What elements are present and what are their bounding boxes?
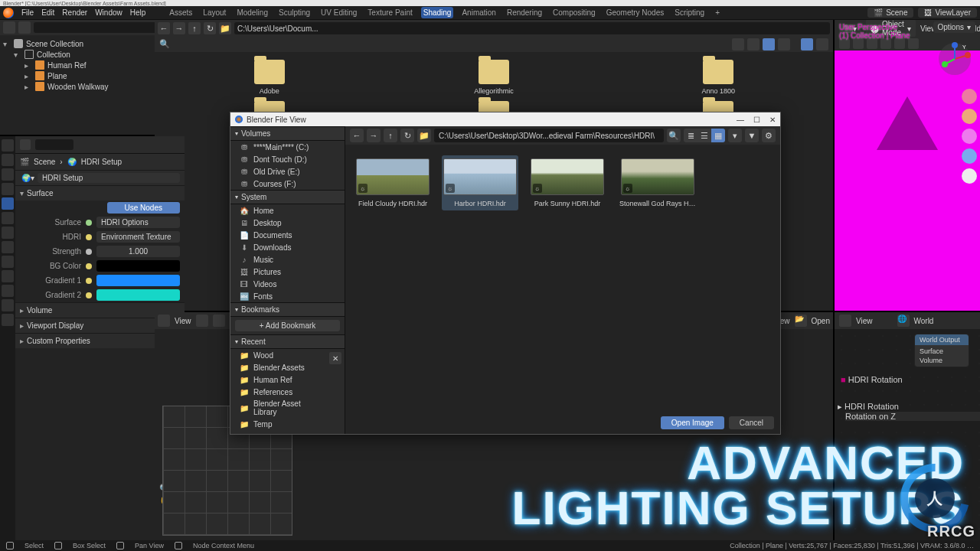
ptab-physics-icon[interactable] xyxy=(2,256,14,268)
add-bookmark-button[interactable]: + Add Bookmark xyxy=(235,320,340,331)
sidebar-item[interactable]: 🎞Videos xyxy=(230,278,345,290)
file-item[interactable]: ☼Stonewall God Rays HDRI.... xyxy=(619,158,696,207)
drv-open[interactable]: Open xyxy=(812,317,830,325)
display-opts-icon[interactable]: ⚙ xyxy=(762,129,776,142)
ptab-texture-icon[interactable] xyxy=(2,314,14,326)
nav-fwd-icon[interactable]: → xyxy=(367,129,381,142)
socket-dot-icon[interactable] xyxy=(86,220,92,226)
ptab-viewlayer-icon[interactable] xyxy=(2,168,14,181)
view-col-icon[interactable]: ☰ xyxy=(697,129,711,142)
clear-recent-icon[interactable]: ✕ xyxy=(329,352,341,364)
viewport-canvas[interactable] xyxy=(835,51,980,311)
editor-type-icon[interactable] xyxy=(839,315,851,327)
outliner-item[interactable]: Wooden Walkway xyxy=(47,83,108,91)
color-swatch[interactable] xyxy=(96,260,180,272)
ptab-render-icon[interactable] xyxy=(2,139,14,152)
socket-dot-icon[interactable] xyxy=(86,278,92,284)
output-node[interactable]: World Output Surface Volume xyxy=(914,334,969,367)
tab-sculpting[interactable]: Sculpting xyxy=(276,7,312,18)
nav-up-icon[interactable]: ↑ xyxy=(384,129,397,142)
vp-zoom-icon[interactable] xyxy=(962,89,977,104)
menu-render[interactable]: Render xyxy=(62,8,87,17)
drv-view[interactable]: View xyxy=(175,317,191,325)
color-swatch[interactable] xyxy=(96,275,180,286)
tab-texpaint[interactable]: Texture Paint xyxy=(365,7,414,18)
props-type-icon[interactable] xyxy=(20,139,31,150)
tab-assets[interactable]: Assets xyxy=(167,7,194,18)
outliner-type-icon[interactable] xyxy=(3,21,15,34)
vp-ndof-icon[interactable] xyxy=(962,168,977,184)
nav-back-icon[interactable]: ← xyxy=(158,22,170,34)
socket-dot-icon[interactable] xyxy=(86,234,92,240)
panel-volume[interactable]: Volume xyxy=(27,306,52,315)
driver-row[interactable]: ■ HDRI Rotation xyxy=(841,375,978,384)
sidebar-item[interactable]: ♪Music xyxy=(230,253,345,266)
section-recent[interactable]: ▾Recent xyxy=(230,334,345,349)
sort-icon[interactable]: ▾ xyxy=(728,129,742,142)
ne-world-icon[interactable]: 🌐 xyxy=(897,315,910,327)
outliner-search[interactable] xyxy=(34,22,166,33)
nav-fwd-icon[interactable]: → xyxy=(173,22,185,34)
sidebar-item[interactable]: 🖼Pictures xyxy=(230,266,345,278)
dialog-path-input[interactable] xyxy=(434,129,664,142)
nav-back-icon[interactable]: ← xyxy=(350,129,364,142)
tab-modeling[interactable]: Modeling xyxy=(234,7,270,18)
use-nodes-button[interactable]: Use Nodes xyxy=(107,202,181,214)
ptab-scene-icon[interactable] xyxy=(2,183,14,195)
file-item[interactable]: ☼Harbor HDRI.hdr xyxy=(442,155,518,210)
outliner-item[interactable]: Human Ref xyxy=(47,61,87,70)
socket-dot-icon[interactable] xyxy=(86,263,92,269)
search-icon[interactable]: 🔍 xyxy=(159,39,170,50)
driver-row[interactable]: ▸ HDRI Rotation xyxy=(838,402,980,412)
color-swatch[interactable] xyxy=(96,289,180,301)
drv-open-icon[interactable]: 📂 xyxy=(795,315,807,327)
maximize-icon[interactable]: ☐ xyxy=(753,116,760,124)
nav-refresh-icon[interactable]: ↻ xyxy=(204,22,216,34)
sidebar-item[interactable]: 🖥Desktop xyxy=(230,217,345,229)
sidebar-item[interactable]: 📁Temp xyxy=(230,418,326,430)
ptab-output-icon[interactable] xyxy=(2,154,14,166)
sidebar-item[interactable]: 📁References xyxy=(230,386,326,398)
node-socket[interactable]: Volume xyxy=(920,357,964,364)
file-item[interactable]: ☼Park Sunny HDRI.hdr xyxy=(529,158,606,207)
view-thumb-icon[interactable] xyxy=(763,38,775,51)
view-list-icon[interactable]: ≣ xyxy=(684,129,697,142)
outliner-collection[interactable]: Collection xyxy=(37,51,70,59)
sidebar-item[interactable]: 📁Wood xyxy=(230,349,326,361)
close-icon[interactable]: ✕ xyxy=(769,116,776,124)
ptab-modifier-icon[interactable] xyxy=(2,227,14,239)
section-volumes[interactable]: ▾Volumes xyxy=(230,126,345,141)
panel-custom-props[interactable]: Custom Properties xyxy=(27,337,90,345)
menu-edit[interactable]: Edit xyxy=(41,8,54,17)
socket-dot-icon[interactable] xyxy=(86,249,92,255)
outliner-mode-icon[interactable] xyxy=(18,21,31,34)
drv-key-icon[interactable] xyxy=(213,315,225,327)
search-icon[interactable]: 🔍 xyxy=(667,129,681,142)
panel-surface[interactable]: Surface xyxy=(27,189,53,197)
crumb-scene[interactable]: Scene xyxy=(34,158,55,166)
drv-ch-icon[interactable] xyxy=(196,315,208,327)
minimize-icon[interactable]: — xyxy=(737,116,744,124)
cancel-button[interactable]: Cancel xyxy=(729,416,774,429)
tab-geonodes[interactable]: Geometry Nodes xyxy=(604,7,667,18)
outliner-scene[interactable]: Scene Collection xyxy=(26,40,83,48)
folder-item[interactable]: Allegorithmic xyxy=(384,60,603,95)
folder-item[interactable]: Anno 1800 xyxy=(609,60,828,95)
vp-persp-icon[interactable] xyxy=(962,148,977,164)
sidebar-item[interactable]: 📁Human Ref xyxy=(230,373,326,386)
view-thumb-icon[interactable]: ▦ xyxy=(711,129,725,142)
tool-select-icon[interactable] xyxy=(853,38,864,49)
folder-item[interactable]: Adobe xyxy=(159,60,379,95)
menu-help[interactable]: Help xyxy=(130,8,146,17)
sidebar-item[interactable]: ⛃****Main**** (C:) xyxy=(230,141,345,153)
3d-viewport[interactable]: ⬛▾ ⬤ Object Mode ▾ View Select Add Objec… xyxy=(835,20,980,311)
ptab-data-icon[interactable] xyxy=(2,285,14,297)
view-grid-icon[interactable] xyxy=(747,38,760,51)
section-bookmarks[interactable]: ▾Bookmarks xyxy=(230,302,345,317)
tool-scale-icon[interactable] xyxy=(894,38,905,49)
sidebar-item[interactable]: 🏠Home xyxy=(230,204,345,217)
property-value[interactable]: HDRI Options xyxy=(96,217,180,228)
open-image-button[interactable]: Open Image xyxy=(661,416,724,429)
scene-selector[interactable]: 🎬 Scene xyxy=(867,8,913,18)
viewport-nav-gizmo[interactable]: Y xyxy=(937,41,972,77)
